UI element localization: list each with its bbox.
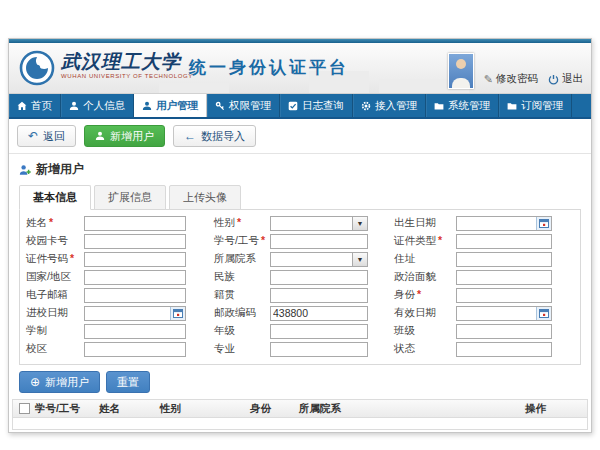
status-input[interactable] — [456, 342, 552, 357]
field-control-status — [456, 342, 552, 357]
field-label-gender: 性别* — [186, 216, 270, 230]
field-control-campus — [84, 342, 186, 357]
table-header-row: 学号/工号姓名性别身份所属院系操作 — [13, 400, 587, 418]
field-label-email: 电子邮箱 — [26, 288, 84, 302]
nav-label: 接入管理 — [375, 99, 417, 113]
campus-input[interactable] — [84, 342, 186, 357]
table-empty-body — [13, 418, 587, 429]
field-control-birth-date — [456, 216, 552, 231]
id-type-input[interactable] — [456, 234, 552, 249]
university-name: 武汉理工大学 — [61, 51, 193, 72]
political-status-input[interactable] — [456, 270, 552, 285]
nav-label: 权限管理 — [229, 99, 271, 113]
grade-input[interactable] — [270, 324, 368, 339]
add-user-button[interactable]: 新增用户 — [84, 125, 165, 147]
select-all-checkbox[interactable] — [19, 403, 30, 414]
field-control-campus-card-no — [84, 234, 186, 249]
calendar-icon[interactable] — [170, 307, 185, 320]
required-asterisk: * — [261, 234, 265, 246]
section-title: 新增用户 — [9, 154, 591, 183]
field-label-valid-date: 有效日期 — [368, 306, 456, 320]
field-label-campus-card-no: 校园卡号 — [26, 234, 84, 248]
basic-info-panel: 姓名*性别*▼出生日期校园卡号学号/工号*证件类型*证件号码*所属院系▼住址国家… — [19, 209, 581, 365]
required-asterisk: * — [49, 216, 53, 228]
postal-code-input[interactable] — [270, 306, 368, 321]
field-label-schooling-length: 学制 — [26, 324, 84, 338]
required-asterisk: * — [70, 252, 74, 264]
field-control-major — [270, 342, 368, 357]
add-user-icon — [95, 131, 105, 141]
platform-title: 统一身份认证平台 — [189, 56, 349, 79]
field-control-department: ▼ — [270, 252, 368, 267]
calendar-icon[interactable] — [536, 217, 551, 230]
logout-label: 退出 — [562, 72, 583, 86]
field-control-gender: ▼ — [270, 216, 368, 231]
column-header: 身份 — [248, 402, 297, 416]
major-input[interactable] — [270, 342, 368, 357]
student-id-input[interactable] — [270, 234, 368, 249]
nav-item-home[interactable]: 首页 — [9, 94, 61, 117]
field-control-student-id — [270, 234, 368, 249]
ethnicity-input[interactable] — [270, 270, 368, 285]
field-control-valid-date — [456, 306, 552, 321]
nav-item-subscription-management[interactable]: 订阅管理 — [499, 94, 572, 117]
data-import-button[interactable]: ← 数据导入 — [173, 125, 256, 147]
university-name-en: WUHAN UNIVERSITY OF TECHNOLOGY — [61, 73, 193, 79]
dropdown-arrow-icon[interactable]: ▼ — [352, 217, 367, 230]
id-number-input[interactable] — [84, 252, 186, 267]
field-label-country-region: 国家/地区 — [26, 270, 84, 284]
nav-item-permission-management[interactable]: 权限管理 — [207, 94, 280, 117]
tab-extended-info[interactable]: 扩展信息 — [94, 185, 166, 210]
identity-input[interactable] — [456, 288, 552, 303]
back-arrow-icon: ↶ — [28, 130, 38, 142]
logout-link[interactable]: 退出 — [548, 72, 583, 86]
avatar[interactable] — [448, 53, 474, 89]
submit-add-user-label: 新增用户 — [45, 375, 89, 389]
field-control-country-region — [84, 270, 186, 285]
nav-item-system-management[interactable]: 系统管理 — [426, 94, 499, 117]
submit-add-user-button[interactable]: ⊕ 新增用户 — [19, 371, 100, 393]
checkbox-cell — [13, 403, 33, 414]
field-label-name: 姓名* — [26, 216, 84, 230]
user-icon — [69, 101, 79, 111]
nav-item-personal-info[interactable]: 个人信息 — [61, 94, 134, 117]
home-icon — [17, 101, 27, 111]
field-label-identity: 身份* — [368, 288, 456, 302]
field-label-student-id: 学号/工号* — [186, 234, 270, 248]
nav-label: 首页 — [31, 99, 52, 113]
field-label-grade: 年级 — [186, 324, 270, 338]
field-label-id-type: 证件类型* — [368, 234, 456, 248]
nav-label: 订阅管理 — [521, 99, 563, 113]
native-place-input[interactable] — [270, 288, 368, 303]
back-button[interactable]: ↶ 返回 — [17, 125, 76, 147]
nav-item-user-management[interactable]: 用户管理 — [134, 94, 207, 117]
nav-label: 个人信息 — [83, 99, 125, 113]
class-input[interactable] — [456, 324, 552, 339]
campus-card-no-input[interactable] — [84, 234, 186, 249]
power-icon — [548, 74, 559, 85]
change-password-link[interactable]: ✎ 修改密码 — [484, 72, 538, 86]
schooling-length-input[interactable] — [84, 324, 186, 339]
field-control-grade — [270, 324, 368, 339]
dropdown-arrow-icon[interactable]: ▼ — [352, 253, 367, 266]
tab-basic-info[interactable]: 基本信息 — [19, 185, 91, 210]
university-logo — [19, 50, 55, 86]
reset-button[interactable]: 重置 — [106, 371, 150, 393]
nav-item-log-query[interactable]: 日志查询 — [280, 94, 353, 117]
field-label-id-number: 证件号码* — [26, 252, 84, 266]
field-label-department: 所属院系 — [186, 252, 270, 266]
calendar-icon[interactable] — [536, 307, 551, 320]
header: 武汉理工大学 WUHAN UNIVERSITY OF TECHNOLOGY 统一… — [9, 43, 591, 94]
field-control-name — [84, 216, 186, 231]
nav-item-access-management[interactable]: 接入管理 — [353, 94, 426, 117]
field-control-enroll-date — [84, 306, 186, 321]
country-region-input[interactable] — [84, 270, 186, 285]
key-icon — [215, 101, 225, 111]
tab-upload-avatar[interactable]: 上传头像 — [169, 185, 241, 210]
address-input[interactable] — [456, 252, 552, 267]
field-label-native-place: 籍贯 — [186, 288, 270, 302]
column-header: 性别 — [158, 402, 248, 416]
log-icon — [288, 101, 298, 111]
name-input[interactable] — [84, 216, 186, 231]
email-input[interactable] — [84, 288, 186, 303]
